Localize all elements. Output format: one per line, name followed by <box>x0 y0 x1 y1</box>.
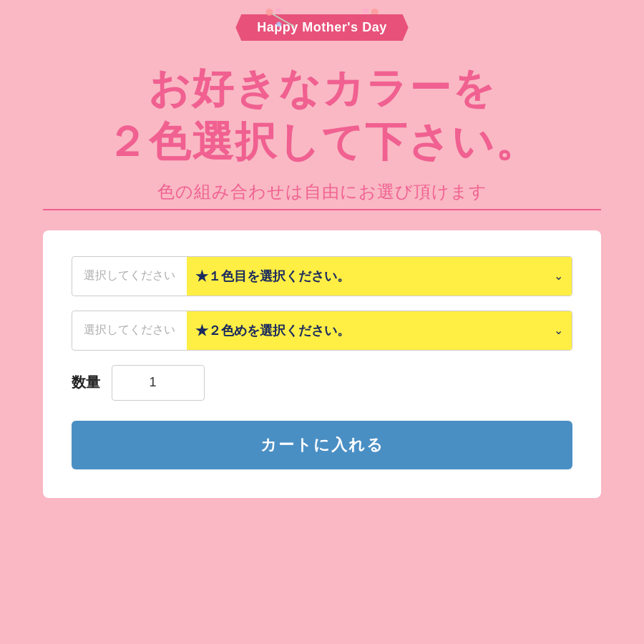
svg-point-6 <box>264 9 274 17</box>
select-wrapper-1[interactable]: 選択してください ★１色目を選択ください。 ⌄ <box>72 256 572 296</box>
select1-highlight[interactable]: ★１色目を選択ください。 ⌄ <box>187 257 572 296</box>
select2-placeholder: 選択してください <box>72 323 187 338</box>
subtitle: 色の組み合わせは自由にお選び頂けます <box>43 180 601 210</box>
select2-highlight-text: ★２色めを選択ください。 <box>195 322 551 339</box>
select-row-1: 選択してください ★１色目を選択ください。 ⌄ <box>72 256 572 296</box>
main-heading: お好きなカラーを ２色選択して下さい。 <box>106 61 538 169</box>
select-row-2: 選択してください ★２色めを選択ください。 ⌄ <box>72 311 572 351</box>
quantity-input[interactable] <box>112 365 205 401</box>
heading-line1: お好きなカラーを <box>106 61 538 114</box>
svg-point-2 <box>362 9 370 15</box>
quantity-row: 数量 <box>72 365 572 401</box>
add-to-cart-button[interactable]: カートに入れる <box>72 421 572 469</box>
quantity-label: 数量 <box>72 373 100 392</box>
page-wrapper: Happy Mother's Day お好きなカラーを ２色選択して下さい。 色… <box>0 0 644 644</box>
select1-placeholder: 選択してください <box>72 268 187 283</box>
chevron-down-icon-2: ⌄ <box>554 323 563 337</box>
chevron-down-icon-1: ⌄ <box>554 269 563 283</box>
form-panel: 選択してください ★１色目を選択ください。 ⌄ 選択してください ★２色めを選択… <box>43 230 601 498</box>
select-wrapper-2[interactable]: 選択してください ★２色めを選択ください。 ⌄ <box>72 311 572 351</box>
banner-container: Happy Mother's Day <box>235 14 408 41</box>
right-flower-decoration <box>248 9 298 44</box>
select1-highlight-text: ★１色目を選択ください。 <box>195 268 551 285</box>
svg-point-8 <box>275 21 283 28</box>
select2-highlight[interactable]: ★２色めを選択ください。 ⌄ <box>187 311 572 350</box>
heading-line2: ２色選択して下さい。 <box>106 114 538 168</box>
svg-line-5 <box>269 12 294 26</box>
svg-point-7 <box>274 9 282 15</box>
